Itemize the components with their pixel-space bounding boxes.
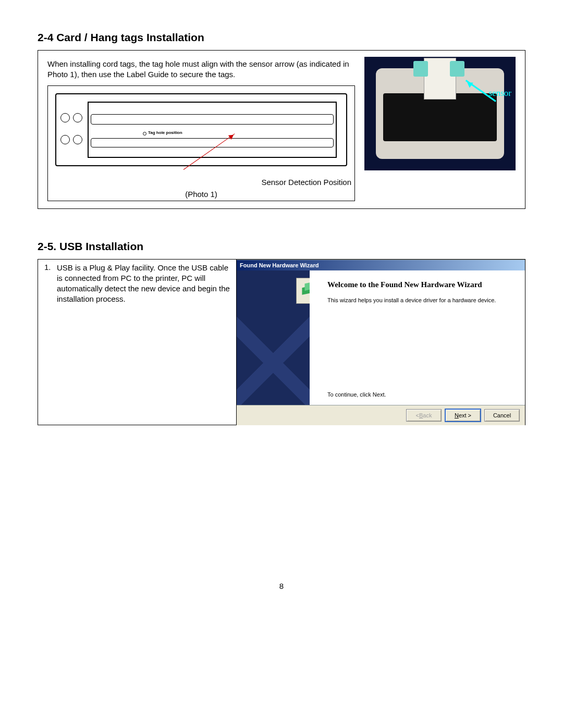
manual-page: 2-4 Card / Hang tags Installation When i… [0, 0, 563, 611]
next-button[interactable]: Next > [445, 409, 481, 422]
wizard-titlebar: Found New Hardware Wizard [237, 260, 525, 270]
wizard-continue-text: To continue, click Next. [327, 391, 386, 398]
cancel-button[interactable]: Cancel [484, 409, 520, 422]
page-number: 8 [38, 582, 525, 590]
printer-diagram: Tag hole position [48, 86, 354, 174]
hardware-wizard-window: Found New Hardware Wizard [237, 260, 525, 425]
diagram-frame: Tag hole position Sensor Detection Posit… [47, 85, 355, 201]
photo-label: (Photo 1) [48, 188, 354, 201]
step-number: 1. [44, 263, 57, 422]
card-hangtags-box: When installing cord tags, the tag hole … [38, 50, 525, 209]
section-heading-2-5: 2-5. USB Installation [38, 240, 525, 253]
usb-box: 1. USB is a Plug & Play facility. Once t… [38, 259, 525, 425]
wizard-description: This wizard helps you install a device d… [327, 297, 517, 304]
wizard-sidebar-graphic [237, 270, 310, 405]
section-heading-2-4: 2-4 Card / Hang tags Installation [38, 31, 525, 44]
svg-rect-1 [305, 282, 310, 291]
usb-step-cell: 1. USB is a Plug & Play facility. Once t… [38, 260, 237, 425]
sensor-label: sensor [489, 88, 511, 98]
intro-text: When installing cord tags, the tag hole … [47, 59, 355, 80]
step-text: USB is a Plug & Play facility. Once the … [57, 263, 232, 422]
back-button[interactable]: < Back [406, 409, 442, 422]
hardware-icon [296, 278, 310, 304]
diagram-caption: Sensor Detection Position [48, 174, 354, 188]
wizard-heading: Welcome to the Found New Hardware Wizard [327, 280, 517, 290]
printer-photo: sensor [364, 57, 516, 170]
tag-hole-label: Tag hole position [148, 130, 182, 135]
wizard-button-bar: < Back Next > Cancel [237, 405, 525, 425]
